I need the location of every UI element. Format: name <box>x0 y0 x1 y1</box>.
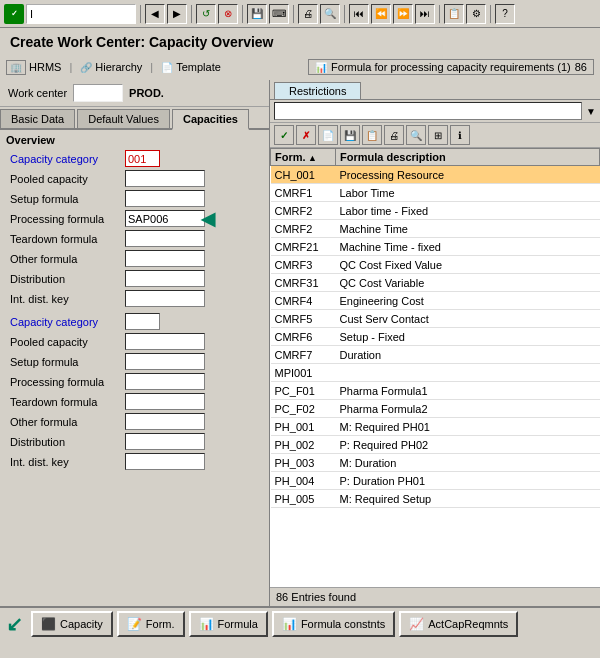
dist-input-1[interactable] <box>125 270 205 287</box>
table-row[interactable]: PH_002P: Required PH02 <box>271 436 600 454</box>
table-row[interactable]: CMRF2Machine Time <box>271 220 600 238</box>
other-input-2[interactable] <box>125 413 205 430</box>
restrictions-tab[interactable]: Restrictions <box>274 82 361 99</box>
formula-desc-cell: Machine Time <box>336 220 600 238</box>
teardown-label-1: Teardown formula <box>10 233 125 245</box>
forward-btn[interactable]: ▶ <box>167 4 187 24</box>
layout-btn[interactable]: 📋 <box>444 4 464 24</box>
prev-btn[interactable]: ⏪ <box>371 4 391 24</box>
formula-btn[interactable]: 📊 Formula <box>189 611 268 637</box>
teardown-input-1[interactable] <box>125 230 205 247</box>
doc-btn[interactable]: 📄 <box>318 125 338 145</box>
find-btn[interactable]: 🔍 <box>320 4 340 24</box>
detail-btn[interactable]: ⊞ <box>428 125 448 145</box>
proc-formula-input-2[interactable] <box>125 373 205 390</box>
refresh-btn[interactable]: ↺ <box>196 4 216 24</box>
nav-hrms[interactable]: 🏢 HRMS <box>6 60 61 75</box>
separator-7 <box>490 5 491 23</box>
stop-btn[interactable]: ⊗ <box>218 4 238 24</box>
table-row[interactable]: PC_F01Pharma Formula1 <box>271 382 600 400</box>
copy-btn[interactable]: 📋 <box>362 125 382 145</box>
table-row[interactable]: PC_F02Pharma Formula2 <box>271 400 600 418</box>
table-row[interactable]: PH_001M: Required PH01 <box>271 418 600 436</box>
formula-const-btn[interactable]: 📊 Formula constnts <box>272 611 395 637</box>
tab-default-values[interactable]: Default Values <box>77 109 170 128</box>
setup-formula-label-1: Setup formula <box>10 193 125 205</box>
field-row-proc-1: Processing formula ◀ <box>6 210 263 227</box>
setup-formula-input-2[interactable] <box>125 353 205 370</box>
pooled-cap-input-1[interactable] <box>125 170 205 187</box>
proc-formula-input-1[interactable] <box>125 210 205 227</box>
setup-formula-input-1[interactable] <box>125 190 205 207</box>
dist-input-2[interactable] <box>125 433 205 450</box>
nav-template[interactable]: 📄 Template <box>161 61 221 73</box>
arrow-indicator-bottom: ↙ <box>6 612 23 636</box>
table-row[interactable]: CMRF3QC Cost Fixed Value <box>271 256 600 274</box>
table-row[interactable]: CMRF4Engineering Cost <box>271 292 600 310</box>
col-header-form[interactable]: Form. <box>271 149 336 166</box>
table-row[interactable]: CMRF21Machine Time - fixed <box>271 238 600 256</box>
field-row-cap-cat-1: Capacity category <box>6 150 263 167</box>
formula-desc-cell: QC Cost Variable <box>336 274 600 292</box>
check-btn[interactable]: ✓ <box>274 125 294 145</box>
formula-desc-cell: Cust Serv Contact <box>336 310 600 328</box>
table-row[interactable]: CMRF31QC Cost Variable <box>271 274 600 292</box>
formula-form-cell: CMRF6 <box>271 328 336 346</box>
work-center-input[interactable] <box>73 84 123 102</box>
cap-cat-input-1[interactable] <box>125 150 160 167</box>
table-row[interactable]: CMRF5Cust Serv Contact <box>271 310 600 328</box>
cap-cat-input-2[interactable] <box>125 313 160 330</box>
pooled-cap-label-1: Pooled capacity <box>10 173 125 185</box>
back-btn[interactable]: ◀ <box>145 4 165 24</box>
intdist-input-2[interactable] <box>125 453 205 470</box>
formula-form-cell: PH_003 <box>271 454 336 472</box>
settings-btn[interactable]: ⚙ <box>466 4 486 24</box>
capacity-btn[interactable]: ⬛ Capacity <box>31 611 113 637</box>
cap-cat-label-2: Capacity category <box>10 316 125 328</box>
field-row-cap-cat-2: Capacity category <box>6 313 263 330</box>
table-row[interactable]: PH_003M: Duration <box>271 454 600 472</box>
print-btn[interactable]: 🖨 <box>298 4 318 24</box>
act-cap-btn[interactable]: 📈 ActCapReqmnts <box>399 611 518 637</box>
formula-form-cell: PC_F02 <box>271 400 336 418</box>
filter-input[interactable] <box>274 102 582 120</box>
tab-basic-data[interactable]: Basic Data <box>0 109 75 128</box>
hierarchy-icon: 🔗 <box>80 62 92 73</box>
table-row[interactable]: CMRF6Setup - Fixed <box>271 328 600 346</box>
field-row-setup-2: Setup formula <box>6 353 263 370</box>
first-btn[interactable]: ⏮ <box>349 4 369 24</box>
setup-formula-label-2: Setup formula <box>10 356 125 368</box>
table-row[interactable]: PH_005M: Required Setup <box>271 490 600 508</box>
separator-4 <box>293 5 294 23</box>
table-row[interactable]: CMRF1Labor Time <box>271 184 600 202</box>
command-input[interactable] <box>26 4 136 24</box>
print-formula-btn[interactable]: 🖨 <box>384 125 404 145</box>
formula-desc-cell: Setup - Fixed <box>336 328 600 346</box>
formula-desc-cell: M: Required PH01 <box>336 418 600 436</box>
table-row[interactable]: PH_004P: Duration PH01 <box>271 472 600 490</box>
tab-capacities[interactable]: Capacities <box>172 109 249 130</box>
intdist-label-2: Int. dist. key <box>10 456 125 468</box>
save-formula-btn[interactable]: 💾 <box>340 125 360 145</box>
col-header-desc[interactable]: Formula description <box>336 149 600 166</box>
table-row[interactable]: CMRF7Duration <box>271 346 600 364</box>
cancel-btn[interactable]: ✗ <box>296 125 316 145</box>
search-formula-btn[interactable]: 🔍 <box>406 125 426 145</box>
other-input-1[interactable] <box>125 250 205 267</box>
help-btn[interactable]: ? <box>495 4 515 24</box>
pooled-cap-input-2[interactable] <box>125 333 205 350</box>
shortcut-btn[interactable]: ⌨ <box>269 4 289 24</box>
nav-hierarchy[interactable]: 🔗 Hierarchy <box>80 61 142 73</box>
save-btn[interactable]: 💾 <box>247 4 267 24</box>
table-row[interactable]: CH_001Processing Resource <box>271 166 600 184</box>
field-row-teardown-1: Teardown formula <box>6 230 263 247</box>
teardown-input-2[interactable] <box>125 393 205 410</box>
form-btn[interactable]: 📝 Form. <box>117 611 185 637</box>
formula-table: Form. Formula description CH_001Processi… <box>270 148 600 587</box>
table-row[interactable]: MPI001 <box>271 364 600 382</box>
table-row[interactable]: CMRF2Labor time - Fixed <box>271 202 600 220</box>
intdist-input-1[interactable] <box>125 290 205 307</box>
info-btn[interactable]: ℹ <box>450 125 470 145</box>
last-btn[interactable]: ⏭ <box>415 4 435 24</box>
next-btn[interactable]: ⏩ <box>393 4 413 24</box>
